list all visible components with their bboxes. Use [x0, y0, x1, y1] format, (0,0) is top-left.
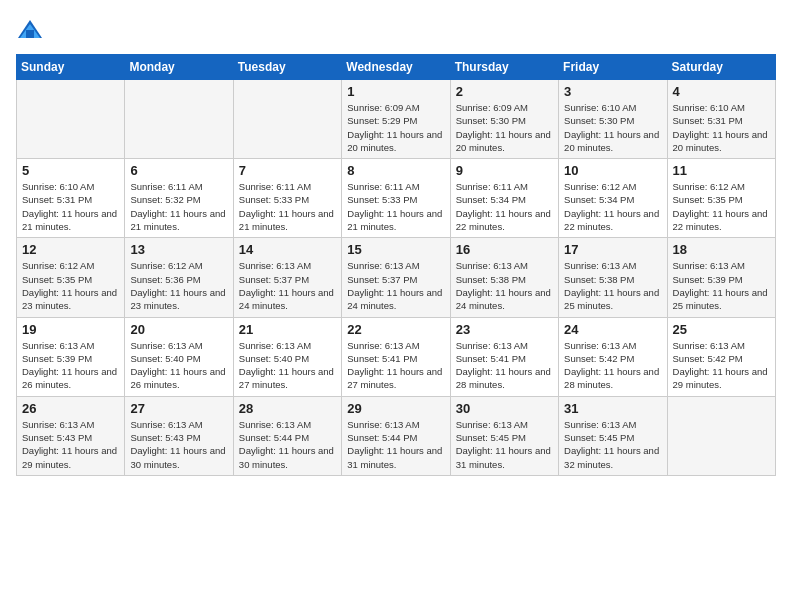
day-number: 26: [22, 401, 119, 416]
day-cell: 15Sunrise: 6:13 AMSunset: 5:37 PMDayligh…: [342, 238, 450, 317]
day-number: 31: [564, 401, 661, 416]
day-cell: 10Sunrise: 6:12 AMSunset: 5:34 PMDayligh…: [559, 159, 667, 238]
day-info: Sunrise: 6:11 AMSunset: 5:34 PMDaylight:…: [456, 180, 553, 233]
day-info: Sunrise: 6:11 AMSunset: 5:32 PMDaylight:…: [130, 180, 227, 233]
day-number: 29: [347, 401, 444, 416]
day-cell: 23Sunrise: 6:13 AMSunset: 5:41 PMDayligh…: [450, 317, 558, 396]
day-number: 15: [347, 242, 444, 257]
day-cell: 29Sunrise: 6:13 AMSunset: 5:44 PMDayligh…: [342, 396, 450, 475]
day-cell: 31Sunrise: 6:13 AMSunset: 5:45 PMDayligh…: [559, 396, 667, 475]
day-info: Sunrise: 6:13 AMSunset: 5:43 PMDaylight:…: [22, 418, 119, 471]
day-cell: 19Sunrise: 6:13 AMSunset: 5:39 PMDayligh…: [17, 317, 125, 396]
day-cell: 22Sunrise: 6:13 AMSunset: 5:41 PMDayligh…: [342, 317, 450, 396]
week-row-4: 26Sunrise: 6:13 AMSunset: 5:43 PMDayligh…: [17, 396, 776, 475]
day-cell: [17, 80, 125, 159]
day-number: 10: [564, 163, 661, 178]
day-cell: 26Sunrise: 6:13 AMSunset: 5:43 PMDayligh…: [17, 396, 125, 475]
day-cell: 11Sunrise: 6:12 AMSunset: 5:35 PMDayligh…: [667, 159, 775, 238]
day-cell: 2Sunrise: 6:09 AMSunset: 5:30 PMDaylight…: [450, 80, 558, 159]
day-info: Sunrise: 6:13 AMSunset: 5:43 PMDaylight:…: [130, 418, 227, 471]
day-cell: 13Sunrise: 6:12 AMSunset: 5:36 PMDayligh…: [125, 238, 233, 317]
day-number: 22: [347, 322, 444, 337]
day-info: Sunrise: 6:09 AMSunset: 5:30 PMDaylight:…: [456, 101, 553, 154]
day-number: 2: [456, 84, 553, 99]
page-header: [16, 16, 776, 44]
day-number: 1: [347, 84, 444, 99]
day-cell: 21Sunrise: 6:13 AMSunset: 5:40 PMDayligh…: [233, 317, 341, 396]
day-cell: 27Sunrise: 6:13 AMSunset: 5:43 PMDayligh…: [125, 396, 233, 475]
day-cell: 16Sunrise: 6:13 AMSunset: 5:38 PMDayligh…: [450, 238, 558, 317]
day-cell: 1Sunrise: 6:09 AMSunset: 5:29 PMDaylight…: [342, 80, 450, 159]
day-cell: 7Sunrise: 6:11 AMSunset: 5:33 PMDaylight…: [233, 159, 341, 238]
day-cell: 30Sunrise: 6:13 AMSunset: 5:45 PMDayligh…: [450, 396, 558, 475]
day-info: Sunrise: 6:13 AMSunset: 5:39 PMDaylight:…: [22, 339, 119, 392]
day-cell: 12Sunrise: 6:12 AMSunset: 5:35 PMDayligh…: [17, 238, 125, 317]
logo: [16, 16, 48, 44]
day-number: 14: [239, 242, 336, 257]
day-header-sunday: Sunday: [17, 55, 125, 80]
day-header-friday: Friday: [559, 55, 667, 80]
day-cell: 24Sunrise: 6:13 AMSunset: 5:42 PMDayligh…: [559, 317, 667, 396]
day-number: 6: [130, 163, 227, 178]
day-header-monday: Monday: [125, 55, 233, 80]
day-info: Sunrise: 6:13 AMSunset: 5:39 PMDaylight:…: [673, 259, 770, 312]
week-row-0: 1Sunrise: 6:09 AMSunset: 5:29 PMDaylight…: [17, 80, 776, 159]
day-number: 18: [673, 242, 770, 257]
day-number: 4: [673, 84, 770, 99]
day-number: 27: [130, 401, 227, 416]
day-info: Sunrise: 6:12 AMSunset: 5:36 PMDaylight:…: [130, 259, 227, 312]
day-number: 28: [239, 401, 336, 416]
day-cell: 20Sunrise: 6:13 AMSunset: 5:40 PMDayligh…: [125, 317, 233, 396]
day-info: Sunrise: 6:12 AMSunset: 5:35 PMDaylight:…: [22, 259, 119, 312]
day-info: Sunrise: 6:13 AMSunset: 5:44 PMDaylight:…: [239, 418, 336, 471]
day-number: 17: [564, 242, 661, 257]
day-cell: 9Sunrise: 6:11 AMSunset: 5:34 PMDaylight…: [450, 159, 558, 238]
day-header-tuesday: Tuesday: [233, 55, 341, 80]
day-number: 11: [673, 163, 770, 178]
day-number: 8: [347, 163, 444, 178]
day-number: 5: [22, 163, 119, 178]
day-info: Sunrise: 6:10 AMSunset: 5:31 PMDaylight:…: [673, 101, 770, 154]
day-number: 16: [456, 242, 553, 257]
day-cell: [233, 80, 341, 159]
day-cell: [667, 396, 775, 475]
day-number: 21: [239, 322, 336, 337]
week-row-1: 5Sunrise: 6:10 AMSunset: 5:31 PMDaylight…: [17, 159, 776, 238]
day-cell: 17Sunrise: 6:13 AMSunset: 5:38 PMDayligh…: [559, 238, 667, 317]
day-info: Sunrise: 6:13 AMSunset: 5:45 PMDaylight:…: [456, 418, 553, 471]
day-header-thursday: Thursday: [450, 55, 558, 80]
logo-icon: [16, 16, 44, 44]
day-number: 13: [130, 242, 227, 257]
day-info: Sunrise: 6:13 AMSunset: 5:40 PMDaylight:…: [130, 339, 227, 392]
day-info: Sunrise: 6:13 AMSunset: 5:45 PMDaylight:…: [564, 418, 661, 471]
day-cell: 14Sunrise: 6:13 AMSunset: 5:37 PMDayligh…: [233, 238, 341, 317]
day-cell: 28Sunrise: 6:13 AMSunset: 5:44 PMDayligh…: [233, 396, 341, 475]
calendar-table: SundayMondayTuesdayWednesdayThursdayFrid…: [16, 54, 776, 476]
day-info: Sunrise: 6:11 AMSunset: 5:33 PMDaylight:…: [347, 180, 444, 233]
day-info: Sunrise: 6:13 AMSunset: 5:38 PMDaylight:…: [564, 259, 661, 312]
day-number: 12: [22, 242, 119, 257]
day-info: Sunrise: 6:13 AMSunset: 5:37 PMDaylight:…: [347, 259, 444, 312]
day-number: 7: [239, 163, 336, 178]
day-info: Sunrise: 6:13 AMSunset: 5:41 PMDaylight:…: [456, 339, 553, 392]
day-info: Sunrise: 6:13 AMSunset: 5:44 PMDaylight:…: [347, 418, 444, 471]
day-info: Sunrise: 6:12 AMSunset: 5:34 PMDaylight:…: [564, 180, 661, 233]
day-info: Sunrise: 6:13 AMSunset: 5:37 PMDaylight:…: [239, 259, 336, 312]
day-number: 25: [673, 322, 770, 337]
day-info: Sunrise: 6:09 AMSunset: 5:29 PMDaylight:…: [347, 101, 444, 154]
day-info: Sunrise: 6:10 AMSunset: 5:31 PMDaylight:…: [22, 180, 119, 233]
day-info: Sunrise: 6:12 AMSunset: 5:35 PMDaylight:…: [673, 180, 770, 233]
day-info: Sunrise: 6:13 AMSunset: 5:41 PMDaylight:…: [347, 339, 444, 392]
week-row-3: 19Sunrise: 6:13 AMSunset: 5:39 PMDayligh…: [17, 317, 776, 396]
day-cell: 8Sunrise: 6:11 AMSunset: 5:33 PMDaylight…: [342, 159, 450, 238]
day-cell: 3Sunrise: 6:10 AMSunset: 5:30 PMDaylight…: [559, 80, 667, 159]
svg-rect-2: [26, 30, 34, 38]
week-row-2: 12Sunrise: 6:12 AMSunset: 5:35 PMDayligh…: [17, 238, 776, 317]
day-info: Sunrise: 6:11 AMSunset: 5:33 PMDaylight:…: [239, 180, 336, 233]
day-header-saturday: Saturday: [667, 55, 775, 80]
day-number: 9: [456, 163, 553, 178]
day-cell: 4Sunrise: 6:10 AMSunset: 5:31 PMDaylight…: [667, 80, 775, 159]
day-info: Sunrise: 6:13 AMSunset: 5:42 PMDaylight:…: [673, 339, 770, 392]
day-info: Sunrise: 6:13 AMSunset: 5:42 PMDaylight:…: [564, 339, 661, 392]
day-info: Sunrise: 6:13 AMSunset: 5:38 PMDaylight:…: [456, 259, 553, 312]
